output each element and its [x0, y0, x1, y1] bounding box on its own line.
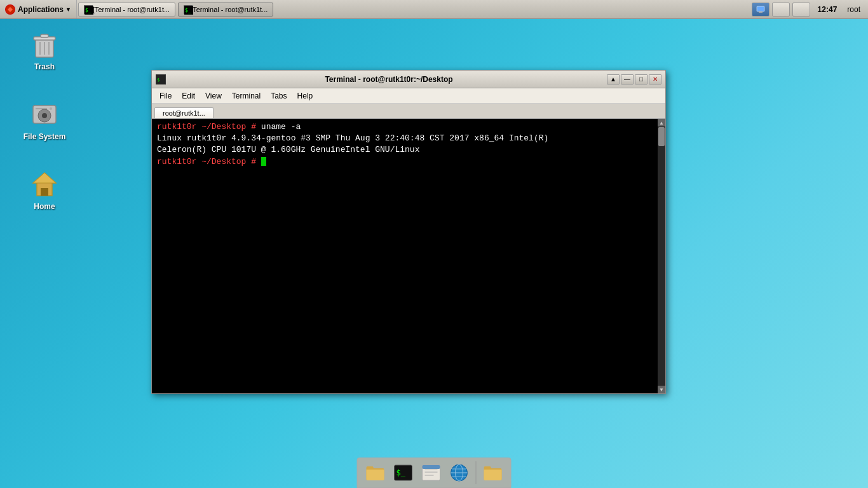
display-icon — [756, 5, 765, 14]
scrollbar-up-btn[interactable]: ▲ — [658, 119, 665, 126]
window-btn-maximize[interactable]: □ — [635, 74, 648, 85]
home-icon — [29, 169, 60, 200]
svg-text:$_: $_ — [85, 8, 92, 13]
desktop-icon-home[interactable]: Home — [19, 169, 70, 211]
terminal-line-1: rutk1t0r ~/Desktop # uname -a — [157, 121, 653, 133]
bottom-dock: $_ — [357, 458, 512, 488]
trash-icon — [29, 29, 60, 60]
terminal2-taskbtn[interactable]: $_ Terminal - root@rutk1t... — [178, 3, 273, 17]
output-1: Linux rutk1t0r 4.9.34-gentoo #3 SMP Thu … — [157, 133, 548, 143]
terminal1-label: [Terminal - root@rutk1t... — [93, 6, 170, 13]
taskbar-right-area: 12:47 root — [752, 3, 868, 17]
dock-btn-terminal[interactable]: $_ — [391, 460, 416, 485]
desktop-icon-filesystem[interactable]: File System — [19, 99, 70, 141]
terminal-body: rutk1t0r ~/Desktop # uname -a Linux rutk… — [152, 119, 665, 393]
scrollbar-thumb[interactable] — [658, 127, 665, 146]
terminal-scrollbar[interactable]: ▲ ▼ — [658, 119, 665, 393]
dock-btn-folder[interactable] — [363, 460, 388, 485]
terminal-title: Terminal - root@rutk1t0r:~/Desktop — [171, 75, 607, 84]
dock-folder-icon — [365, 463, 386, 483]
filesystem-label: File System — [24, 132, 66, 141]
sys-btn-1[interactable] — [752, 3, 770, 17]
window-btn-up[interactable]: ▲ — [607, 74, 620, 85]
clock: 12:47 — [813, 5, 843, 14]
terminal-titlebar: $ Terminal - root@rutk1t0r:~/Desktop ▲ —… — [152, 71, 665, 88]
menu-edit[interactable]: Edit — [177, 90, 200, 102]
terminal-line-2: Linux rutk1t0r 4.9.34-gentoo #3 SMP Thu … — [157, 133, 653, 144]
sys-btn-2[interactable] — [772, 3, 790, 17]
window-buttons: ▲ — □ ✕ — [607, 74, 661, 85]
prompt-2: rutk1t0r ~/Desktop # — [157, 157, 261, 166]
sys-btn-3[interactable] — [792, 3, 810, 17]
prompt-1: rutk1t0r ~/Desktop # — [157, 122, 261, 132]
svg-rect-29 — [423, 465, 440, 469]
username: root — [844, 5, 863, 14]
terminal-menubar: File Edit View Terminal Tabs Help — [152, 88, 665, 104]
terminal-tab-1[interactable]: root@rutk1t... — [154, 107, 214, 118]
dock-files-icon — [421, 463, 442, 483]
cmd-1: uname -a — [261, 122, 301, 132]
svg-point-16 — [50, 107, 52, 110]
window-btn-close[interactable]: ✕ — [649, 74, 661, 85]
terminal-content[interactable]: rutk1t0r ~/Desktop # uname -a Linux rutk… — [152, 119, 658, 393]
terminal-tabs-bar: root@rutk1t... — [152, 104, 665, 119]
svg-rect-19 — [41, 188, 48, 196]
svg-text:$: $ — [157, 78, 159, 83]
dock-terminal-icon: $_ — [393, 463, 414, 483]
scrollbar-track[interactable] — [658, 126, 665, 386]
dock-browser-icon — [449, 463, 470, 483]
svg-text:$_: $_ — [397, 468, 406, 477]
menu-tabs[interactable]: Tabs — [266, 90, 292, 102]
menu-help[interactable]: Help — [292, 90, 318, 102]
applications-label: Applications — [18, 5, 64, 14]
svg-text:$_: $_ — [185, 8, 191, 13]
window-btn-minimize[interactable]: — — [621, 74, 634, 85]
dock-separator — [476, 461, 477, 484]
svg-rect-9 — [41, 34, 48, 37]
home-label: Home — [34, 202, 55, 211]
terminal-line-3: Celeron(R) CPU 1017U @ 1.60GHz GenuineIn… — [157, 144, 653, 156]
applications-icon — [5, 4, 15, 15]
applications-arrow: ▼ — [65, 6, 71, 13]
scrollbar-down-btn[interactable]: ▼ — [658, 386, 665, 393]
trash-label: Trash — [34, 62, 55, 71]
terminal-window-icon: $ — [156, 74, 166, 85]
cursor — [261, 157, 266, 166]
applications-menu[interactable]: Applications ▼ — [0, 0, 77, 18]
terminal-window: $ Terminal - root@rutk1t0r:~/Desktop ▲ —… — [151, 70, 666, 394]
dock-btn-files[interactable] — [419, 460, 444, 485]
terminal2-label: Terminal - root@rutk1t... — [193, 6, 268, 13]
filesystem-icon — [29, 99, 60, 130]
terminal1-taskbtn[interactable]: $_ [Terminal - root@rutk1t... — [78, 3, 175, 17]
terminal-line-4: rutk1t0r ~/Desktop # — [157, 156, 653, 168]
svg-rect-5 — [757, 6, 764, 11]
menu-file[interactable]: File — [154, 90, 177, 102]
dock-btn-browser[interactable] — [447, 460, 472, 485]
menu-terminal[interactable]: Terminal — [227, 90, 266, 102]
desktop-icon-trash[interactable]: Trash — [19, 29, 70, 71]
output-2: Celeron(R) CPU 1017U @ 1.60GHz GenuineIn… — [157, 145, 419, 154]
top-taskbar: Applications ▼ $_ [Terminal - root@rutk1… — [0, 0, 868, 19]
terminal1-icon: $_ — [84, 5, 93, 14]
terminal2-icon: $_ — [184, 5, 193, 14]
svg-marker-20 — [33, 173, 56, 183]
dock-folder2-icon — [483, 463, 503, 483]
svg-rect-6 — [759, 11, 763, 13]
menu-view[interactable]: View — [200, 90, 227, 102]
dock-btn-folder2[interactable] — [480, 460, 506, 485]
svg-point-15 — [42, 113, 47, 118]
